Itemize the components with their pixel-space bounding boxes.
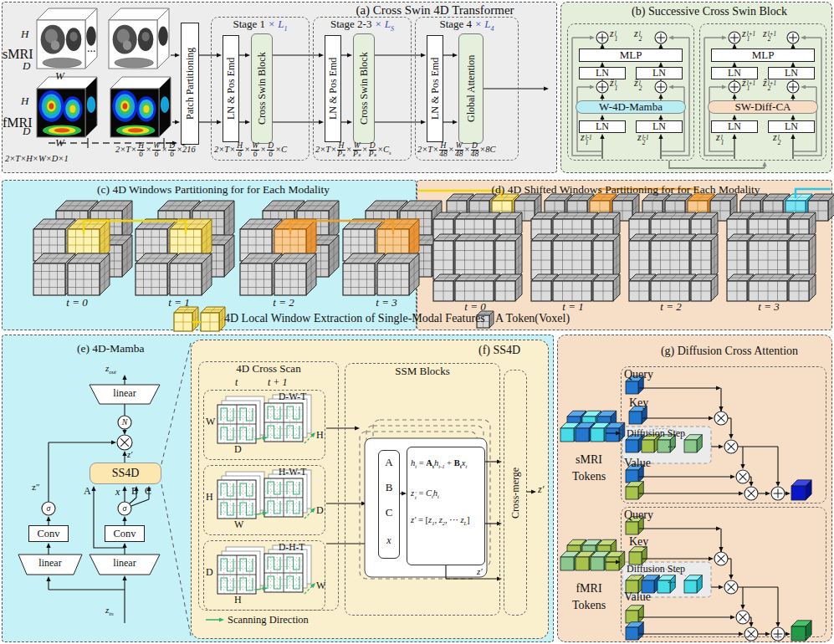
ssm-eq1: ht = Atht-1 + Btxt <box>411 458 467 470</box>
e-zout-label: zout <box>105 363 116 376</box>
b2-z2-mid: ẑl+12 <box>763 78 776 91</box>
dim-input: 2×T×H×W×D×1 <box>5 154 69 164</box>
g1-diffstep-label: Diffusion Step <box>627 428 685 440</box>
smri-h-axis: H <box>21 28 28 41</box>
panel-e-title: (e) 4D-Mamba <box>77 342 145 355</box>
fmri-tokens-label-2: Tokens <box>572 599 606 612</box>
scan3-box <box>203 540 325 611</box>
w-4d-mamba-box: W-4D-Mamba <box>576 100 686 114</box>
stage4-global-attention-block: Global Attention <box>458 33 484 144</box>
scan1-bottom-axis: D <box>234 444 242 456</box>
smri-tokens-label-2: Tokens <box>572 470 606 483</box>
e-zin-label: zin <box>105 605 114 617</box>
scan2-box <box>203 465 325 535</box>
e-B-label: B <box>131 486 138 498</box>
scan2-left-axis: H <box>206 492 213 503</box>
mlp-box-1: MLP <box>579 49 683 62</box>
e-A-label: A <box>84 486 91 498</box>
smri-tokens-label-1: sMRI <box>576 453 602 467</box>
legend-window-label: 4D Local Window Extraction of Single-Mod… <box>224 312 485 325</box>
scan2-tag: H-W-T <box>279 467 306 478</box>
e-zdprime-label: z″ <box>32 482 39 493</box>
f-zprime-final-label: z′ <box>538 484 544 496</box>
panel-b-title: (b) Successive Cross Swin Block <box>632 5 787 18</box>
g1-diff-dots: ... <box>668 438 676 451</box>
fmri-d-axis: D <box>23 125 30 138</box>
cross-scan-title: 4D Cross Scan <box>236 363 300 376</box>
g1-value-label: Value <box>624 457 651 470</box>
g2-value-label: Value <box>624 590 651 604</box>
scan3-left-axis: D <box>206 567 213 579</box>
scan3-tag: D-H-T <box>279 542 304 553</box>
d-t2-label: t = 2 <box>660 301 681 314</box>
e-conv-right-box: Conv <box>105 525 145 542</box>
c-t3-label: t = 3 <box>376 297 397 309</box>
e-x-label: x <box>115 487 120 498</box>
scan-t1-label: t + 1 <box>268 377 287 389</box>
dim-after-patch: 2×T×H6×W6×D6×216 <box>115 142 196 159</box>
stage1-title: Stage 1 × L1 <box>233 18 287 33</box>
b1-z1-bot: zl-11 <box>581 132 592 146</box>
stage4-ln-posemd-box: LN & Pos Emd <box>427 35 443 142</box>
ssm-zprime-out-label: z′ <box>477 566 483 577</box>
panel-c <box>2 180 417 330</box>
fmri-dots: ... <box>89 110 98 124</box>
g2-query-label: Query <box>624 509 653 522</box>
ln-box: LN <box>579 67 626 79</box>
panel-g-title: (g) Diffusion Cross Attention <box>661 345 798 358</box>
scan3-diag-axis: W <box>316 580 325 592</box>
b2-z1-top: zl+11 <box>742 28 755 42</box>
sw-diff-ca-box: SW-Diff-CA <box>708 100 818 114</box>
dim-stage2-3: 2×T×HPₛ×WPₛ×DPₛ×Cs <box>315 142 391 159</box>
panel-f-title: (f) SS4D <box>478 344 520 357</box>
figure-root: Nσσ (a) Cross Swin 4D Transformer sMRI f… <box>0 0 834 644</box>
b2-z2-top: zl+12 <box>763 28 776 42</box>
smri-dots: ... <box>87 42 96 55</box>
g2-diffstep-label: Diffusion Step <box>627 564 685 575</box>
stage1-ln-posemd-box: LN & Pos Emd <box>223 35 239 142</box>
c-t2-label: t = 2 <box>273 297 294 309</box>
panel-d-title: (d) 4D Shifted Windows Partitioning for … <box>492 183 760 197</box>
e-conv-left-box: Conv <box>28 525 69 542</box>
scan2-diag-axis: D <box>316 505 324 517</box>
g1-query-label: Query <box>624 368 653 381</box>
b1-z2-top: zl2 <box>634 28 642 42</box>
d-t3-label: t = 3 <box>758 301 779 314</box>
dim-stage1: 2×T×H6×W6×D6×C <box>214 142 287 159</box>
stage2-3-ln-posemd-box: LN & Pos Emd <box>325 35 341 142</box>
b2-z2-bot: zl2 <box>773 132 780 146</box>
scanning-direction-label: Scanning Direction <box>228 614 309 626</box>
stage1-cross-swin-block: Cross Swin Block <box>251 33 273 144</box>
scan1-tag: D-W-T <box>279 391 306 402</box>
b1-z2-bot: zl-12 <box>637 132 649 146</box>
ln-box: LN <box>636 67 683 79</box>
b1-z2-mid: ẑl2 <box>634 78 642 91</box>
legend-token-label: A Token(Voxel) <box>495 312 570 325</box>
b1-z1-mid: ẑl1 <box>610 78 617 91</box>
scan1-diag-axis: H <box>316 430 324 442</box>
g2-key-label: Key <box>629 535 648 549</box>
abc-B: B <box>386 482 393 494</box>
abc-C: C <box>386 507 393 519</box>
ss4d-box: SS4D <box>90 463 161 484</box>
mlp-box-2: MLP <box>711 49 815 62</box>
dim-stage4: 2×T×H48×W48×D48×8C <box>417 142 496 159</box>
e-linear-top-label: linear <box>113 388 136 400</box>
c-t0-label: t = 0 <box>66 297 87 309</box>
e-zprime-label: z′ <box>127 450 132 460</box>
g2-diff-dots: ... <box>668 574 676 586</box>
b2-z1-bot: zl1 <box>716 132 724 146</box>
scan1-box <box>203 390 325 460</box>
b1-z1-top: zl1 <box>610 28 617 42</box>
stage2-3-title: Stage 2-3 × LS <box>330 18 394 33</box>
g1-key-label: Key <box>629 396 648 410</box>
abc-x: x <box>386 535 391 547</box>
stage2-3-cross-swin-block: Cross Swin Block <box>353 33 375 144</box>
c-t1-label: t = 1 <box>168 297 189 309</box>
e-C-label: C <box>145 486 151 498</box>
b2-z1-mid: ẑl+11 <box>742 78 755 91</box>
scan1-left-axis: W <box>206 417 215 428</box>
patch-partitioning-box: Patch Partitioning <box>181 23 199 145</box>
stage4-title: Stage 4 × L4 <box>439 18 494 33</box>
smri-d-axis: D <box>23 60 30 73</box>
